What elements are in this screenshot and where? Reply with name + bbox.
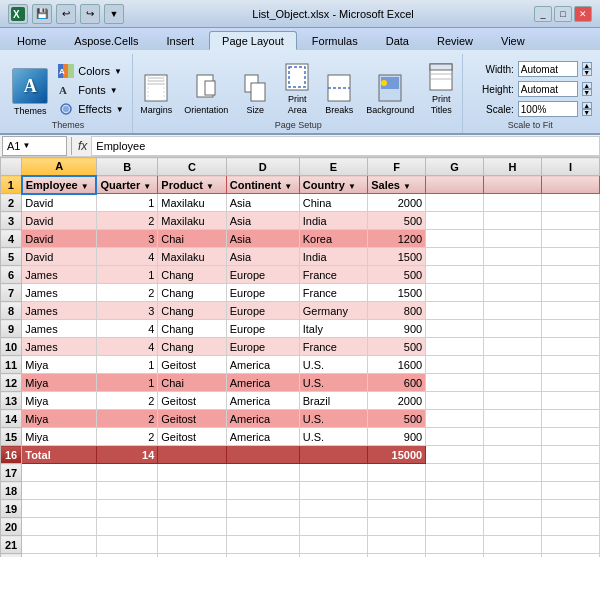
table-cell[interactable]: Miya	[22, 356, 97, 374]
formula-input[interactable]	[91, 136, 600, 156]
table-cell[interactable]: David	[22, 194, 97, 212]
fonts-button[interactable]: A Fonts ▼	[54, 81, 127, 99]
table-cell[interactable]	[426, 284, 484, 302]
table-cell[interactable]: 1200	[368, 230, 426, 248]
table-cell[interactable]	[22, 500, 97, 518]
row-header-17[interactable]: 17	[1, 464, 22, 482]
table-cell[interactable]	[22, 482, 97, 500]
table-cell[interactable]	[299, 518, 367, 536]
table-cell[interactable]	[426, 428, 484, 446]
table-cell[interactable]: 800	[368, 302, 426, 320]
table-cell[interactable]: 500	[368, 338, 426, 356]
table-cell[interactable]	[299, 536, 367, 554]
table-cell[interactable]	[484, 392, 542, 410]
table-cell[interactable]	[426, 554, 484, 558]
row-header-19[interactable]: 19	[1, 500, 22, 518]
table-cell[interactable]: 15000	[368, 446, 426, 464]
col-header-a[interactable]: A	[22, 158, 97, 176]
table-cell[interactable]: Miya	[22, 410, 97, 428]
background-button[interactable]: Background	[362, 71, 418, 118]
effects-button[interactable]: Effects ▼	[54, 100, 127, 118]
table-cell[interactable]: India	[299, 248, 367, 266]
tab-formulas[interactable]: Formulas	[299, 31, 371, 50]
table-cell[interactable]	[541, 194, 599, 212]
scale-down[interactable]: ▼	[582, 109, 592, 116]
table-cell[interactable]: U.S.	[299, 374, 367, 392]
table-cell[interactable]: 4	[96, 338, 157, 356]
table-cell[interactable]: Maxilaku	[158, 248, 226, 266]
table-cell[interactable]	[299, 446, 367, 464]
tab-aspose[interactable]: Aspose.Cells	[61, 31, 151, 50]
table-cell[interactable]: Quarter ▼	[96, 176, 157, 194]
table-cell[interactable]	[426, 392, 484, 410]
table-cell[interactable]	[368, 482, 426, 500]
scale-input[interactable]	[518, 101, 578, 117]
row-header-21[interactable]: 21	[1, 536, 22, 554]
table-cell[interactable]	[158, 518, 226, 536]
col-header-b[interactable]: B	[96, 158, 157, 176]
table-cell[interactable]: Miya	[22, 392, 97, 410]
table-cell[interactable]: 500	[368, 266, 426, 284]
table-cell[interactable]: 900	[368, 320, 426, 338]
table-cell[interactable]	[541, 554, 599, 558]
table-cell[interactable]	[158, 446, 226, 464]
table-cell[interactable]: Europe	[226, 338, 299, 356]
table-cell[interactable]	[158, 500, 226, 518]
table-cell[interactable]: America	[226, 374, 299, 392]
row-header-3[interactable]: 3	[1, 212, 22, 230]
table-cell[interactable]	[541, 284, 599, 302]
table-cell[interactable]	[226, 554, 299, 558]
row-header-12[interactable]: 12	[1, 374, 22, 392]
table-cell[interactable]: Miya	[22, 374, 97, 392]
width-input[interactable]	[518, 61, 578, 77]
table-cell[interactable]	[158, 536, 226, 554]
themes-button[interactable]: A Themes	[8, 66, 52, 118]
table-cell[interactable]	[368, 500, 426, 518]
table-cell[interactable]	[96, 482, 157, 500]
table-cell[interactable]	[426, 374, 484, 392]
table-cell[interactable]: France	[299, 338, 367, 356]
table-cell[interactable]: 2000	[368, 392, 426, 410]
table-cell[interactable]: Chang	[158, 266, 226, 284]
table-cell[interactable]: Continent ▼	[226, 176, 299, 194]
customize-icon[interactable]: ▼	[104, 4, 124, 24]
tab-insert[interactable]: Insert	[154, 31, 208, 50]
table-cell[interactable]	[541, 230, 599, 248]
table-cell[interactable]: Country ▼	[299, 176, 367, 194]
table-cell[interactable]	[484, 284, 542, 302]
table-cell[interactable]	[368, 536, 426, 554]
table-cell[interactable]: Geitost	[158, 392, 226, 410]
height-up[interactable]: ▲	[582, 82, 592, 89]
table-cell[interactable]: Chang	[158, 320, 226, 338]
minimize-button[interactable]: _	[534, 6, 552, 22]
table-cell[interactable]	[426, 176, 484, 194]
table-cell[interactable]: Geitost	[158, 410, 226, 428]
size-button[interactable]: Size	[236, 71, 274, 118]
table-cell[interactable]: 1500	[368, 248, 426, 266]
table-cell[interactable]: 500	[368, 212, 426, 230]
table-cell[interactable]: India	[299, 212, 367, 230]
col-header-h[interactable]: H	[484, 158, 542, 176]
height-input[interactable]	[518, 81, 578, 97]
row-header-4[interactable]: 4	[1, 230, 22, 248]
table-cell[interactable]: Miya	[22, 428, 97, 446]
table-cell[interactable]: 2	[96, 392, 157, 410]
table-cell[interactable]: 1600	[368, 356, 426, 374]
table-cell[interactable]	[484, 446, 542, 464]
col-header-g[interactable]: G	[426, 158, 484, 176]
table-cell[interactable]: 4	[96, 248, 157, 266]
table-cell[interactable]	[484, 410, 542, 428]
tab-home[interactable]: Home	[4, 31, 59, 50]
table-cell[interactable]: Chang	[158, 302, 226, 320]
table-cell[interactable]: James	[22, 320, 97, 338]
table-cell[interactable]: 14	[96, 446, 157, 464]
table-cell[interactable]	[226, 482, 299, 500]
table-cell[interactable]: U.S.	[299, 428, 367, 446]
table-cell[interactable]: 500	[368, 410, 426, 428]
table-cell[interactable]: 2	[96, 284, 157, 302]
table-cell[interactable]: 3	[96, 230, 157, 248]
table-cell[interactable]	[541, 500, 599, 518]
table-cell[interactable]	[22, 536, 97, 554]
breaks-button[interactable]: Breaks	[320, 71, 358, 118]
width-up[interactable]: ▲	[582, 62, 592, 69]
